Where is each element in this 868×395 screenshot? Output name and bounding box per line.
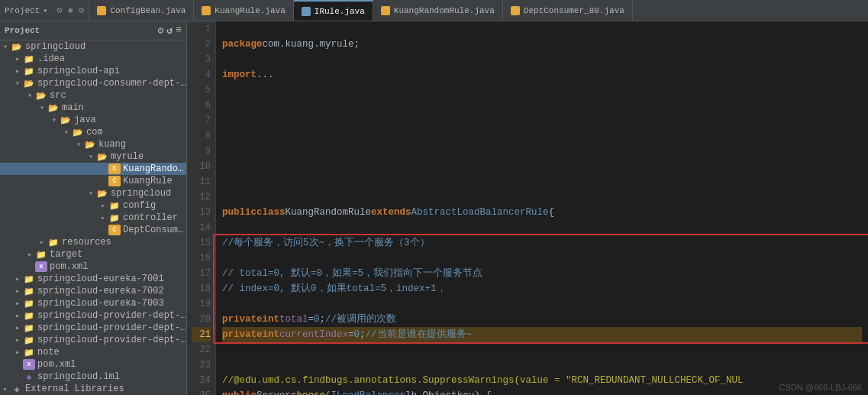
sidebar-collapse-icon[interactable]: ≡ (176, 24, 182, 37)
editor-area[interactable]: 1234567891011121314151617181920212223242… (187, 21, 868, 395)
tree-item-controller_dir[interactable]: ▸📁controller (0, 212, 186, 224)
tree-file-icon-kuangrandomrule_file: C (108, 164, 121, 174)
tab-kuangrule[interactable]: KuangRule.java (194, 0, 293, 21)
tree-item-java[interactable]: ▾📂java (0, 114, 186, 126)
code-line-1 (222, 21, 862, 37)
token: com.kuang.myrule; (263, 37, 360, 52)
tree-file-icon-api: 📁 (23, 66, 35, 76)
tab-irule[interactable]: IRule.java (294, 0, 373, 21)
tree-item-note[interactable]: ▸📁note (0, 346, 186, 358)
tree-label-myrule: myrule (111, 151, 144, 162)
tree-item-kuang[interactable]: ▾📂kuang (0, 138, 186, 151)
tree-arrow-eureka7002: ▸ (12, 287, 23, 296)
line-number-21: 21 (192, 327, 211, 342)
tree-item-idea[interactable]: ▸📁.idea (0, 53, 186, 65)
tree-file-icon-idea: 📁 (23, 53, 35, 64)
token: private (222, 327, 263, 342)
tree-item-eureka7003[interactable]: ▸📁springcloud-eureka-7003 (0, 297, 186, 309)
tab-kuangrandomrule[interactable]: KuangRandomRule.java (373, 0, 503, 21)
token: private (222, 312, 263, 327)
token: Object (423, 388, 457, 395)
tree-item-pom_root[interactable]: xpom.xml (0, 358, 186, 371)
tree-arrow-note: ▸ (12, 348, 23, 357)
tree-item-consumer80[interactable]: ▾📂springcloud-consumer-dept-80 (0, 77, 186, 89)
project-tab[interactable]: Project ▾ ⚙ ✱ ⚙ (0, 0, 89, 21)
line-number-8: 8 (192, 128, 211, 144)
tree-item-deptconsumer80_file[interactable]: CDeptConsumer_80 (0, 224, 186, 236)
tree-item-provider8001[interactable]: ▸📁springcloud-provider-dept-8001 (0, 309, 186, 322)
tree-item-config_dir[interactable]: ▸📁config (0, 199, 186, 212)
tree-label-kuangrandomrule_file: KuangRandomRule (123, 164, 186, 174)
tree-item-myrule[interactable]: ▾📂myrule (0, 151, 186, 163)
token: public (222, 205, 257, 220)
tree-item-eureka7001[interactable]: ▸📁springcloud-eureka-7001 (0, 273, 186, 285)
tree-label-idea: .idea (37, 53, 65, 64)
code-line-2: package com.kuang.myrule; (222, 37, 862, 52)
tab-icon-deptconsumer80 (511, 6, 520, 15)
code-line-4: import ... (222, 67, 862, 83)
tree-file-icon-kuangrule_file: C (108, 176, 121, 186)
tree-item-provider8003[interactable]: ▸📁springcloud-provider-dept-8003 (0, 334, 186, 346)
tree-arrow-config_dir: ▸ (98, 201, 108, 210)
tree-item-resources[interactable]: ▸📁resources (0, 236, 186, 248)
tree-arrow-java: ▾ (49, 115, 60, 125)
tree-file-icon-deptconsumer80_file: C (108, 225, 121, 235)
tree-file-icon-provider8002: 📁 (23, 322, 35, 333)
line-number-25: 25 (192, 388, 211, 395)
tree-item-springcloud_iml[interactable]: ◈springcloud.iml (0, 371, 186, 383)
tree-arrow-api: ▸ (12, 66, 23, 76)
project-dropdown-icon[interactable]: ▾ (43, 6, 47, 15)
tree-item-com[interactable]: ▾📂com (0, 126, 186, 138)
tree-arrow-idea: ▸ (12, 54, 23, 63)
code-line-23 (222, 358, 862, 373)
tree-file-icon-provider8003: 📁 (23, 335, 35, 345)
token: //每个服务，访问5次~，换下一个服务（3个） (222, 235, 430, 251)
tree-item-kuangrule_file[interactable]: CKuangRule (0, 175, 186, 187)
code-line-8 (222, 128, 862, 144)
sidebar-settings-icon[interactable]: ⚙ (158, 24, 164, 37)
tree-label-kuang: kuang (98, 139, 126, 150)
tree-item-target[interactable]: ▸📁target (0, 248, 186, 261)
tree-file-icon-myrule: 📂 (96, 151, 108, 162)
tree-arrow-provider8001: ▸ (12, 311, 23, 320)
tree-item-springcloud_pkg[interactable]: ▾📂springcloud (0, 187, 186, 199)
tree-item-external_libs[interactable]: ▸◈External Libraries (0, 383, 186, 395)
tree-file-icon-springcloud: 📂 (11, 41, 23, 52)
tree-item-api[interactable]: ▸📁springcloud-api (0, 65, 186, 77)
tree-item-provider8002[interactable]: ▸📁springcloud-provider-dept-8002 (0, 322, 186, 334)
editor-tabs: ConfigBean.javaKuangRule.javaIRule.javaK… (89, 0, 633, 21)
file-tree: ▾📂springcloud▸📁.idea▸📁springcloud-api▾📂s… (0, 40, 186, 395)
token: //@edu.umd.cs.findbugs.annotations.Suppr… (222, 373, 744, 388)
tree-item-main[interactable]: ▾📂main (0, 102, 186, 114)
code-line-9 (222, 144, 862, 159)
tree-file-icon-com: 📂 (72, 127, 84, 138)
tree-arrow-eureka7001: ▸ (12, 274, 23, 283)
toolbar-icons: ⚙ ✱ ⚙ (56, 5, 84, 16)
tree-arrow-myrule: ▾ (86, 152, 96, 161)
tree-label-eureka7001: springcloud-eureka-7001 (37, 274, 164, 284)
code-line-15: //每个服务，访问5次~，换下一个服务（3个） (222, 235, 862, 251)
tree-item-eureka7002[interactable]: ▸📁springcloud-eureka-7002 (0, 285, 186, 297)
tree-item-pom_consumer[interactable]: xpom.xml (0, 261, 186, 273)
tree-item-springcloud[interactable]: ▾📂springcloud (0, 40, 186, 53)
token: // total=0, 默认=0，如果=5，我们指向下一个服务节点 (222, 266, 482, 281)
line-number-19: 19 (192, 296, 211, 312)
tree-arrow-controller_dir: ▸ (98, 213, 108, 222)
token: = (308, 312, 315, 327)
tree-label-springcloud_pkg: springcloud (111, 188, 171, 199)
tree-file-icon-config_dir: 📁 (108, 200, 121, 211)
tree-arrow-external_libs: ▸ (0, 384, 11, 393)
tree-item-kuangrandomrule_file[interactable]: CKuangRandomRule (0, 163, 186, 175)
tree-item-src[interactable]: ▾📂src (0, 89, 186, 102)
token: Server (257, 388, 291, 395)
token: AbstractLoadBalancerRule (411, 205, 549, 220)
code-line-17: // total=0, 默认=0，如果=5，我们指向下一个服务节点 (222, 266, 862, 281)
tree-file-icon-springcloud_pkg: 📂 (96, 188, 108, 199)
token: key) { (457, 388, 492, 395)
token: ; (320, 312, 326, 327)
line-number-12: 12 (192, 189, 211, 205)
sidebar-sync-icon[interactable]: ↺ (166, 24, 173, 37)
tab-config[interactable]: ConfigBean.java (89, 0, 194, 21)
code-line-16 (222, 251, 862, 266)
tab-deptconsumer80[interactable]: DeptConsumer_80.java (503, 0, 633, 21)
